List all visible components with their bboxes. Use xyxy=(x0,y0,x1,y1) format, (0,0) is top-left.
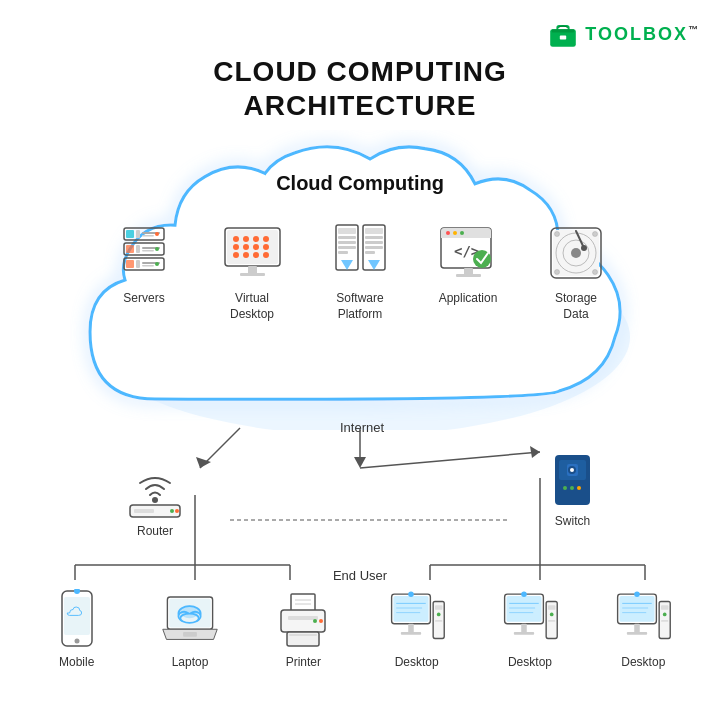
desktop1-icon xyxy=(387,590,447,650)
svg-point-102 xyxy=(313,619,317,623)
svg-point-68 xyxy=(555,231,560,236)
title-line1: CLOUD COMPUTING xyxy=(0,55,720,89)
device-desktop2: Desktop xyxy=(485,590,575,669)
svg-rect-126 xyxy=(548,605,555,610)
svg-rect-50 xyxy=(365,251,375,254)
svg-rect-2 xyxy=(560,36,566,40)
svg-rect-128 xyxy=(548,620,555,622)
device-desktop3: Desktop xyxy=(598,590,688,669)
router-label: Router xyxy=(137,524,173,538)
device-mobile: Mobile xyxy=(32,590,122,669)
svg-point-72 xyxy=(152,497,158,503)
bottom-devices: Mobile xyxy=(0,590,720,669)
svg-point-75 xyxy=(170,509,174,513)
svg-rect-96 xyxy=(183,632,197,637)
storage-data-icon xyxy=(544,220,609,285)
application-label: Application xyxy=(439,291,498,307)
svg-rect-53 xyxy=(441,235,491,238)
desktop1-label: Desktop xyxy=(395,655,439,669)
svg-rect-42 xyxy=(338,241,356,244)
switch-icon xyxy=(545,450,600,510)
laptop-label: Laptop xyxy=(172,655,209,669)
svg-rect-40 xyxy=(338,228,356,234)
application-icon: </> xyxy=(436,220,501,285)
svg-rect-101 xyxy=(288,616,318,620)
svg-point-33 xyxy=(233,252,239,258)
toolbox-name: TOOLBOX xyxy=(585,24,688,44)
title-line2: ARCHITECTURE xyxy=(0,89,720,123)
printer-label: Printer xyxy=(286,655,321,669)
svg-rect-38 xyxy=(240,273,265,276)
device-printer: Printer xyxy=(258,590,348,669)
servers-label: Servers xyxy=(123,291,164,307)
printer-icon xyxy=(273,590,333,650)
svg-point-117 xyxy=(408,591,414,597)
svg-point-30 xyxy=(243,244,249,250)
svg-rect-131 xyxy=(620,596,655,622)
svg-point-65 xyxy=(571,248,581,258)
svg-point-88 xyxy=(74,589,80,594)
svg-rect-140 xyxy=(661,620,668,622)
svg-rect-7 xyxy=(136,230,140,238)
svg-rect-18 xyxy=(126,260,134,268)
svg-point-115 xyxy=(436,613,440,617)
svg-point-27 xyxy=(253,236,259,242)
toolbox-logo: TOOLBOX™ xyxy=(547,18,700,50)
svg-rect-135 xyxy=(635,624,641,633)
svg-point-81 xyxy=(570,468,574,472)
cloud-item-servers: Servers xyxy=(99,220,189,307)
svg-point-10 xyxy=(155,232,159,236)
servers-icon xyxy=(112,220,177,285)
svg-point-22 xyxy=(155,262,159,266)
svg-rect-123 xyxy=(521,624,527,633)
svg-point-71 xyxy=(593,269,598,274)
svg-rect-19 xyxy=(136,260,140,268)
cloud-item-application: </> Application xyxy=(423,220,513,307)
toolbox-logo-icon xyxy=(547,18,579,50)
network-section: Internet Router xyxy=(0,420,720,720)
svg-point-76 xyxy=(175,509,179,513)
cloud-item-virtual-desktop: VirtualDesktop xyxy=(207,220,297,322)
svg-rect-46 xyxy=(365,228,383,234)
svg-rect-6 xyxy=(126,230,134,238)
svg-point-84 xyxy=(577,486,581,490)
software-platform-label: SoftwarePlatform xyxy=(336,291,383,322)
svg-rect-124 xyxy=(514,632,534,635)
svg-point-87 xyxy=(74,639,79,644)
svg-point-56 xyxy=(460,231,464,235)
software-platform-icon xyxy=(328,220,393,285)
svg-point-36 xyxy=(263,252,269,258)
svg-point-95 xyxy=(180,605,198,618)
svg-rect-112 xyxy=(400,632,420,635)
svg-point-127 xyxy=(550,613,554,617)
svg-rect-9 xyxy=(142,235,154,237)
mobile-label: Mobile xyxy=(59,655,94,669)
svg-point-70 xyxy=(555,269,560,274)
mobile-icon xyxy=(47,590,107,650)
svg-point-103 xyxy=(319,619,323,623)
router-group: Router xyxy=(120,465,190,538)
storage-data-label: StorageData xyxy=(555,291,597,322)
svg-point-69 xyxy=(593,231,598,236)
svg-point-67 xyxy=(581,245,587,251)
svg-point-141 xyxy=(635,591,641,597)
switch-group: Switch xyxy=(545,450,600,528)
cloud-item-software-platform: SoftwarePlatform xyxy=(315,220,405,322)
toolbox-tm: ™ xyxy=(688,24,700,35)
svg-rect-105 xyxy=(289,634,317,636)
svg-point-34 xyxy=(243,252,249,258)
desktop3-icon xyxy=(613,590,673,650)
virtual-desktop-icon xyxy=(220,220,285,285)
svg-rect-3 xyxy=(552,29,574,32)
svg-rect-49 xyxy=(365,246,383,249)
svg-point-55 xyxy=(453,231,457,235)
switch-label: Switch xyxy=(555,514,590,528)
svg-point-54 xyxy=(446,231,450,235)
svg-rect-37 xyxy=(248,266,257,274)
svg-rect-12 xyxy=(126,245,134,253)
svg-point-28 xyxy=(263,236,269,242)
svg-rect-86 xyxy=(64,597,90,635)
svg-rect-138 xyxy=(661,605,668,610)
desktop3-label: Desktop xyxy=(621,655,665,669)
svg-rect-47 xyxy=(365,236,383,239)
